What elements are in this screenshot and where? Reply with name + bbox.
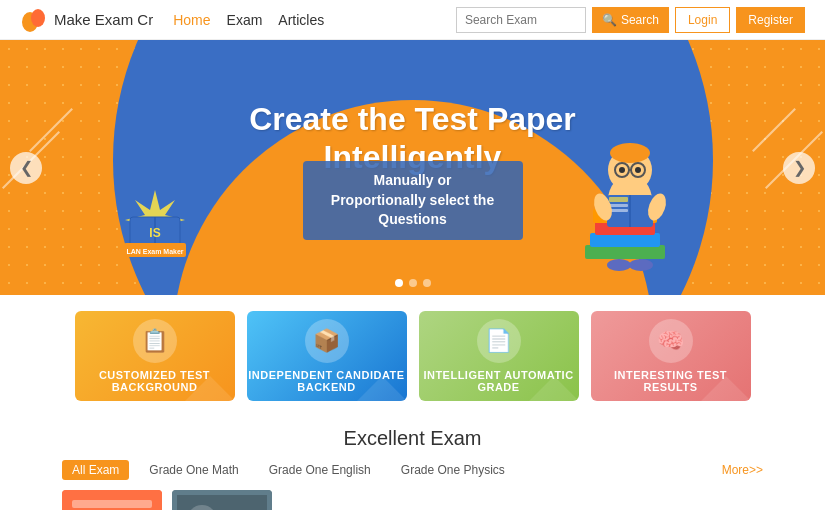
nav-articles[interactable]: Articles [278, 12, 324, 28]
svg-rect-23 [609, 197, 628, 202]
results-icon: 🧠 [649, 319, 693, 363]
svg-text:LAN Exam Maker: LAN Exam Maker [126, 248, 183, 255]
hero-next-arrow[interactable]: ❯ [783, 152, 815, 184]
feature-card-candidate[interactable]: 📦 Independent Candidate Backend [247, 311, 407, 401]
deco-line-2 [29, 108, 73, 152]
deco-line-4 [752, 108, 796, 152]
svg-point-20 [635, 167, 641, 173]
book-illustration: IS LAN Exam Maker [110, 175, 200, 265]
features-section: 📋 Customized Test Background 📦 Independe… [0, 295, 825, 417]
header: Make Exam Cr Home Exam Articles 🔍 Search… [0, 0, 825, 40]
svg-rect-31 [72, 500, 152, 508]
svg-rect-10 [590, 233, 660, 247]
feature-card-customized[interactable]: 📋 Customized Test Background [75, 311, 235, 401]
search-icon: 🔍 [602, 13, 617, 27]
hero-subtitle-banner: Manually or Proportionally select the Qu… [303, 161, 523, 240]
svg-point-1 [31, 9, 45, 27]
excellent-title: Excellent Exam [62, 427, 763, 450]
search-input[interactable] [456, 7, 586, 33]
svg-point-28 [607, 259, 631, 271]
logo[interactable]: Make Exam Cr [20, 6, 153, 34]
main-nav: Home Exam Articles [173, 12, 456, 28]
more-link[interactable]: More>> [722, 463, 763, 477]
svg-point-19 [619, 167, 625, 173]
svg-text:IS: IS [149, 226, 160, 240]
nav-exam[interactable]: Exam [227, 12, 263, 28]
tab-all-exam[interactable]: All Exam [62, 460, 129, 480]
hero-indicators [395, 279, 431, 287]
exam-tabs: All Exam Grade One Math Grade One Englis… [62, 460, 763, 480]
character-illustration [565, 125, 695, 275]
tab-grade-one-math[interactable]: Grade One Math [139, 460, 248, 480]
svg-point-15 [610, 143, 650, 163]
feature-card-grade[interactable]: 📄 Intelligent Automatic Grade [419, 311, 579, 401]
svg-rect-36 [177, 495, 267, 510]
svg-rect-9 [585, 245, 665, 259]
search-button[interactable]: 🔍 Search [592, 7, 669, 33]
customized-icon: 📋 [133, 319, 177, 363]
candidate-icon: 📦 [305, 319, 349, 363]
hero-prev-arrow[interactable]: ❮ [10, 152, 42, 184]
tab-grade-one-physics[interactable]: Grade One Physics [391, 460, 515, 480]
exam-thumbnails [62, 490, 763, 510]
hero-dot-3[interactable] [423, 279, 431, 287]
svg-rect-24 [609, 204, 628, 207]
exam-thumb-2[interactable] [172, 490, 272, 510]
feature-card-results[interactable]: 🧠 Interesting Test Results [591, 311, 751, 401]
tab-grade-one-english[interactable]: Grade One English [259, 460, 381, 480]
exam-thumb-1[interactable] [62, 490, 162, 510]
hero-dot-2[interactable] [409, 279, 417, 287]
logo-icon [20, 6, 48, 34]
excellent-section: Excellent Exam All Exam Grade One Math G… [0, 417, 825, 510]
nav-home[interactable]: Home [173, 12, 210, 28]
hero-dot-1[interactable] [395, 279, 403, 287]
hero-banner: IS LAN Exam Maker Create the Test Paper … [0, 40, 825, 295]
search-area: 🔍 Search Login Register [456, 7, 805, 33]
svg-point-29 [629, 259, 653, 271]
login-button[interactable]: Login [675, 7, 730, 33]
logo-text: Make Exam Cr [54, 11, 153, 28]
register-button[interactable]: Register [736, 7, 805, 33]
grade-icon: 📄 [477, 319, 521, 363]
